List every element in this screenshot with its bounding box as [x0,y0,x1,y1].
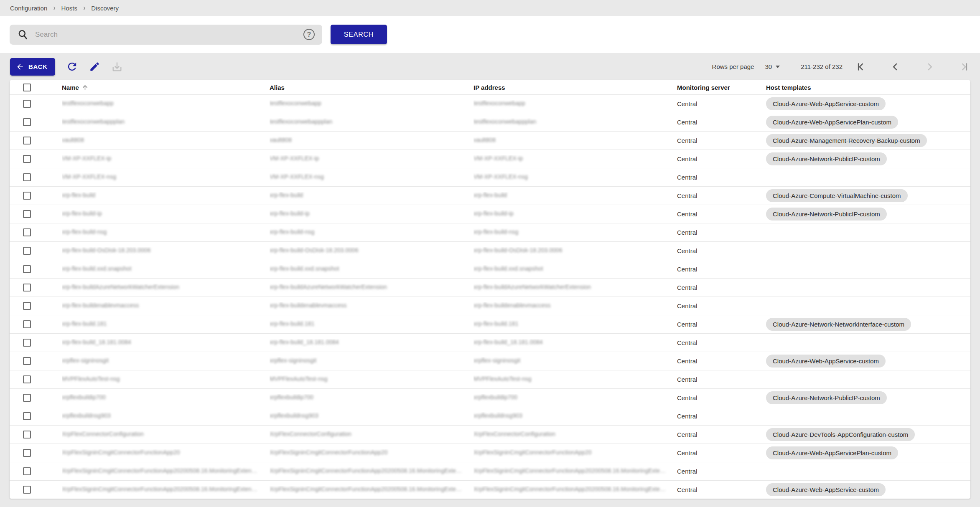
cell-name: testflexoconwebappplan [62,118,125,125]
row-checkbox[interactable] [23,375,31,383]
host-template-chip: Cloud-Azure-Management-Recovery-Backup-c… [766,134,927,147]
table-row[interactable]: MVPFlexAutoTest-nsg MVPFlexAutoTest-nsg … [10,370,970,388]
previous-page-button[interactable] [890,61,901,72]
row-checkbox[interactable] [23,155,31,163]
cell-name: XrpFlexSigninCmgitConnectorFunctionApp20… [62,467,259,474]
rows-per-page-select[interactable]: 30 [765,63,780,70]
table-row[interactable]: vault808 vault808 vault808 Central Cloud… [10,131,970,150]
cell-ip: testflexoconwebappplan [473,118,536,125]
select-all-checkbox[interactable] [23,84,31,91]
table-row[interactable]: xrp-flex-build_18.181.0084 xrp-flex-buil… [10,333,970,352]
row-checkbox[interactable] [23,412,31,420]
table-row[interactable]: testflexoconwebappplan testflexoconwebap… [10,113,970,131]
back-button[interactable]: BACK [10,58,55,76]
breadcrumb-item-configuration[interactable]: Configuration [10,5,47,12]
column-header-ip[interactable]: IP address [473,84,666,91]
search-icon [17,29,28,40]
column-header-monitoring-server[interactable]: Monitoring server [677,84,755,91]
cell-name: xrp-flex-build-ip [62,210,102,217]
table-row[interactable]: testflexoconwebapp testflexoconwebapp te… [10,94,970,113]
table-row[interactable]: xrp-flex-build-nsg xrp-flex-build-nsg xr… [10,223,970,241]
row-checkbox[interactable] [23,228,31,236]
table-row[interactable]: xrp-flex-buildenablevmaccess xrp-flex-bu… [10,297,970,315]
table-row[interactable]: XrpFlexSigninCmgitConnectorFunctionApp20… [10,462,970,480]
row-checkbox[interactable] [23,357,31,365]
cell-host-templates: Cloud-Azure-Network-PublicIP-custom [766,391,970,404]
cell-name: XrpFlexSigninCmgitConnectorFunctionApp20 [62,449,180,456]
last-page-button [959,61,970,72]
help-icon[interactable]: ? [303,29,315,40]
column-header-host-templates[interactable]: Host templates [766,84,960,91]
cell-name: XrpFlexConnectorConfiguration [62,431,144,437]
row-checkbox[interactable] [23,265,31,273]
table-row[interactable]: XrpFlexConnectorConfiguration XrpFlexCon… [10,425,970,444]
row-checkbox[interactable] [23,137,31,144]
cell-monitoring-server: Central [677,413,766,420]
row-checkbox[interactable] [23,449,31,457]
row-checkbox[interactable] [23,118,31,126]
cell-alias: VM-XP-XXFLEX-ip [270,155,319,162]
column-header-name[interactable]: Name [62,84,259,91]
host-template-chip: Cloud-Azure-DevTools-AppConfiguration-cu… [766,428,915,441]
row-checkbox[interactable] [23,431,31,439]
search-button[interactable]: SEARCH [331,25,387,44]
rows-per-page-value: 30 [765,63,772,70]
row-checkbox[interactable] [23,320,31,328]
first-page-button[interactable] [855,61,866,72]
table-row[interactable]: xrpflexbuildip700 xrpflexbuildip700 xrpf… [10,388,970,407]
table-row[interactable]: xrpflexbuildnsg903 xrpflexbuildnsg903 xr… [10,407,970,425]
table-row[interactable]: XrpFlexSigninCmgitConnectorFunctionApp20… [10,444,970,462]
table-row[interactable]: XrpFlexSigninCmgitConnectorFunctionApp20… [10,480,970,499]
refresh-icon[interactable] [66,61,78,73]
cell-alias: xrp-flex-build_18.181.0084 [270,339,339,345]
row-checkbox[interactable] [23,486,31,494]
back-arrow-icon [16,63,24,71]
row-checkbox[interactable] [23,210,31,218]
edit-pencil-icon[interactable] [89,61,100,72]
row-checkbox[interactable] [23,100,31,108]
row-checkbox[interactable] [23,284,31,292]
cell-name: MVPFlexAutoTest-nsg [62,375,120,382]
row-checkbox[interactable] [23,173,31,181]
cell-monitoring-server: Central [677,468,766,475]
toolbar: BACK Rows per page 30 211-232 of 232 [0,53,980,80]
table-row[interactable]: xrp-flex-build.xxd.snapshot xrp-flex-bui… [10,260,970,278]
pagination-controls: Rows per page 30 211-232 of 232 [712,61,970,72]
cell-ip: XrpFlexSigninCmgitConnectorFunctionApp20… [473,486,666,492]
row-checkbox[interactable] [23,302,31,310]
cell-ip: XrpFlexSigninCmgitConnectorFunctionApp20 [473,449,591,456]
table-row[interactable]: VM-XP-XXFLEX-nsg VM-XP-XXFLEX-nsg VM-XP-… [10,168,970,186]
search-bar[interactable]: ? [10,25,322,45]
table-row[interactable]: xrp-flex-build-ip xrp-flex-build-ip xrp-… [10,205,970,223]
breadcrumb-item-discovery[interactable]: Discovery [91,5,119,12]
table-row[interactable]: xrp-flex-build-OsDisk-18.203.0006 xrp-fl… [10,241,970,260]
pagination-range: 211-232 of 232 [801,63,843,70]
row-checkbox[interactable] [23,339,31,347]
cell-name: xrp-flex-buildAzureNetworkWatcherExtensi… [62,284,179,290]
cell-monitoring-server: Central [677,321,766,328]
column-header-alias[interactable]: Alias [270,84,463,91]
chevron-down-icon [776,66,780,68]
row-checkbox[interactable] [23,394,31,402]
cell-name: xrp-flex-build-OsDisk-18.203.0006 [62,247,150,254]
cell-alias: testflexoconwebapp [270,100,321,106]
host-template-chip: Cloud-Azure-Web-AppServicePlan-custom [766,116,898,129]
row-checkbox[interactable] [23,192,31,200]
table-row[interactable]: VM-XP-XXFLEX-ip VM-XP-XXFLEX-ip VM-XP-XX… [10,150,970,168]
host-template-chip: Cloud-Azure-Web-AppService-custom [766,97,886,110]
row-checkbox[interactable] [23,467,31,475]
cell-monitoring-server: Central [677,486,766,493]
cell-alias: xrp-flex-build-OsDisk-18.203.0006 [270,247,358,254]
table-row[interactable]: xrp-flex-build.181 xrp-flex-build.181 xr… [10,315,970,333]
cell-ip: xrp-flex-build.xxd.snapshot [473,265,543,272]
cell-name: xrp-flex-build.xxd.snapshot [62,265,132,272]
table-row[interactable]: xrp-flex-buildAzureNetworkWatcherExtensi… [10,278,970,297]
rows-per-page-label: Rows per page [712,63,754,70]
search-band: ? SEARCH [0,16,980,53]
table-row[interactable]: xrp-flex-build xrp-flex-build xrp-flex-b… [10,186,970,205]
row-checkbox[interactable] [23,247,31,255]
search-input[interactable] [35,30,303,39]
table-row[interactable]: xrpflex-signinosgit xrpflex-signinosgit … [10,352,970,370]
cell-monitoring-server: Central [677,339,766,346]
breadcrumb-item-hosts[interactable]: Hosts [61,5,77,12]
